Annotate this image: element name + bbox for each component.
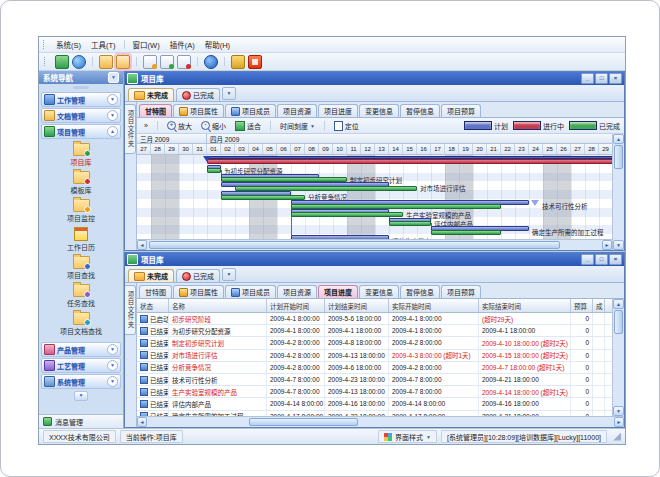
- folder-tabs-overflow-button[interactable]: ▼: [222, 268, 236, 281]
- gantt-tab-项目资源[interactable]: 项目资源: [277, 104, 317, 117]
- column-header-成[interactable]: 成: [593, 299, 605, 312]
- tab-message-management[interactable]: 消息管理: [39, 414, 123, 428]
- sidebar-item-任务查找[interactable]: 任务查找: [41, 283, 121, 309]
- table-tab-甘特图[interactable]: 甘特图: [139, 285, 172, 298]
- folder-closed-icon[interactable]: [99, 55, 113, 69]
- sidebar-group-header-2[interactable]: 项目管理▲: [41, 124, 121, 139]
- table-tab-项目进度[interactable]: 项目进度: [318, 285, 358, 298]
- scroll-right-arrow[interactable]: ►: [602, 240, 612, 250]
- zoom-out-button[interactable]: -缩小: [198, 120, 229, 132]
- gantt-done-bar[interactable]: [221, 195, 305, 200]
- mail-delete-icon[interactable]: [177, 55, 191, 69]
- gantt-folder-tab-未完成[interactable]: 未完成: [128, 88, 174, 101]
- table-tab-暂停信息[interactable]: 暂停信息: [400, 285, 440, 298]
- gantt-done-bar[interactable]: [431, 230, 501, 235]
- sync-icon[interactable]: [55, 55, 69, 69]
- chevron-down-icon[interactable]: ▼: [107, 376, 118, 387]
- mail-open-icon[interactable]: [160, 55, 174, 69]
- resize-grip[interactable]: [613, 433, 621, 441]
- sidebar-group-header-3[interactable]: 产品管理▼: [41, 342, 121, 357]
- minimize-button[interactable]: _: [581, 73, 594, 84]
- chevron-down-icon[interactable]: ▼: [107, 344, 118, 355]
- table-horizontal-scrollbar[interactable]: ◄ ►: [137, 416, 624, 427]
- column-header-实际结束时间[interactable]: 实际结束时间: [479, 299, 571, 312]
- table-tab-项目资源[interactable]: 项目资源: [277, 285, 317, 298]
- table-tab-项目属性[interactable]: 项目属性: [173, 285, 224, 298]
- scrollbar-thumb[interactable]: [614, 145, 623, 169]
- scroll-up-arrow[interactable]: ▲: [613, 134, 624, 144]
- lock-icon[interactable]: [231, 55, 245, 69]
- chevron-down-icon[interactable]: ▼: [107, 94, 118, 105]
- minimize-button[interactable]: _: [581, 254, 594, 265]
- gantt-tab-项目属性[interactable]: 项目属性: [173, 104, 224, 117]
- scroll-down-arrow[interactable]: ▼: [613, 406, 624, 416]
- gantt-done-bar[interactable]: [291, 212, 403, 217]
- scrollbar-thumb[interactable]: [149, 241, 560, 249]
- column-header-计划开始时间[interactable]: 计划开始时间: [267, 299, 325, 312]
- gantt-inprogress-bar[interactable]: [207, 159, 612, 164]
- menu-drag-handle[interactable]: [43, 40, 47, 49]
- restore-button[interactable]: □: [595, 73, 608, 84]
- sidebar-splitter-handle[interactable]: [39, 84, 123, 91]
- close-button[interactable]: ×: [609, 254, 622, 265]
- menu-item-2[interactable]: 窗口(W): [128, 38, 165, 51]
- chevron-down-icon[interactable]: ▼: [107, 360, 118, 371]
- table-row[interactable]: 已结束制定初步研究计划2009-4-2 8:00:002009-4-8 18:0…: [137, 337, 612, 349]
- sidebar-pin-button[interactable]: ▼: [108, 72, 119, 83]
- menu-item-4[interactable]: 帮助(H): [200, 38, 235, 51]
- table-row[interactable]: 已启动初步研究阶段2009-4-1 8:00:002009-5-6 18:00:…: [137, 313, 612, 325]
- chevron-down-icon[interactable]: ▼: [107, 110, 118, 121]
- sidebar-item-模板库[interactable]: 模板库: [41, 170, 121, 196]
- sidebar-item-项目查找[interactable]: 项目查找: [41, 255, 121, 281]
- column-header-计划结束时间[interactable]: 计划结束时间: [325, 299, 389, 312]
- sidebar-group-header-0[interactable]: 工作管理▼: [41, 92, 121, 107]
- gantt-done-bar[interactable]: [207, 168, 221, 173]
- interface-style-dropdown[interactable]: 界面样式 ▼: [378, 430, 437, 443]
- toolbar-overflow-button[interactable]: »: [141, 121, 151, 130]
- help-icon[interactable]: [204, 55, 218, 69]
- mail-new-icon[interactable]: [143, 55, 157, 69]
- table-tab-变更信息[interactable]: 变更信息: [359, 285, 399, 298]
- table-tab-项目预算[interactable]: 项目预算: [441, 285, 481, 298]
- scroll-up-arrow[interactable]: ▲: [613, 299, 624, 309]
- scrollbar-thumb[interactable]: [249, 418, 358, 426]
- folder-tabs-overflow-button[interactable]: ▼: [222, 87, 236, 100]
- column-header-名称[interactable]: 名称: [169, 299, 267, 312]
- table-vertical-scrollbar[interactable]: ▲ ▼: [612, 299, 624, 416]
- scrollbar-thumb[interactable]: [614, 310, 623, 334]
- gantt-tab-项目成员[interactable]: 项目成员: [225, 104, 276, 117]
- gantt-tab-变更信息[interactable]: 变更信息: [359, 104, 399, 117]
- table-row[interactable]: 已结束技术可行性分析2009-4-7 8:00:002009-4-23 18:0…: [137, 374, 612, 386]
- toolbar-drag-handle[interactable]: [44, 57, 48, 66]
- gantt-horizontal-scrollbar[interactable]: ◄ ►: [137, 239, 612, 250]
- table-folder-tab-已完成[interactable]: 已完成: [176, 269, 220, 282]
- close-button[interactable]: ×: [609, 73, 622, 84]
- gantt-done-bar[interactable]: [221, 177, 347, 182]
- column-header-预算[interactable]: 预算: [571, 299, 593, 312]
- gantt-tab-项目进度[interactable]: 项目进度: [318, 104, 358, 117]
- column-header-实际开始时间[interactable]: 实际开始时间: [389, 299, 479, 312]
- gantt-tab-甘特图[interactable]: 甘特图: [139, 104, 172, 117]
- gantt-folder-tab-已完成[interactable]: 已完成: [176, 88, 220, 101]
- table-row[interactable]: 已结束对市场进行评估2009-4-2 8:00:002009-4-13 18:0…: [137, 350, 612, 362]
- menu-item-1[interactable]: 工具(T): [86, 38, 121, 51]
- sidebar-group-header-1[interactable]: 文档管理▼: [41, 108, 121, 123]
- folder-open-icon[interactable]: [116, 55, 130, 69]
- sidebar-item-项目监控[interactable]: 项目监控: [41, 198, 121, 224]
- tab-project-folder[interactable]: 项目文件夹: [125, 285, 136, 335]
- zoom-in-button[interactable]: +放大: [164, 120, 195, 132]
- globe-icon[interactable]: [72, 55, 86, 69]
- scroll-right-arrow[interactable]: ►: [614, 417, 624, 427]
- table-row[interactable]: 已结束评估内部产品2009-4-14 8:00:002009-4-16 18:0…: [137, 398, 612, 410]
- menu-item-3[interactable]: 插件(A): [165, 38, 200, 51]
- table-folder-tab-未完成[interactable]: 未完成: [128, 269, 174, 282]
- restore-button[interactable]: □: [595, 254, 608, 265]
- sidebar-item-项目文档查找[interactable]: 项目文档查找: [41, 311, 121, 337]
- locate-button[interactable]: 定位: [331, 120, 362, 132]
- time-scale-dropdown[interactable]: 时间刻度▼: [277, 120, 318, 132]
- sidebar-group-header-5[interactable]: 系统管理▼: [41, 374, 121, 389]
- menu-item-0[interactable]: 系统(S): [51, 38, 86, 51]
- table-row[interactable]: 已结束分析竞争情况2009-4-2 8:00:002009-4-6 18:00:…: [137, 362, 612, 374]
- sidebar-item-项目库[interactable]: 项目库: [41, 142, 121, 168]
- scroll-left-arrow[interactable]: ◄: [137, 240, 147, 250]
